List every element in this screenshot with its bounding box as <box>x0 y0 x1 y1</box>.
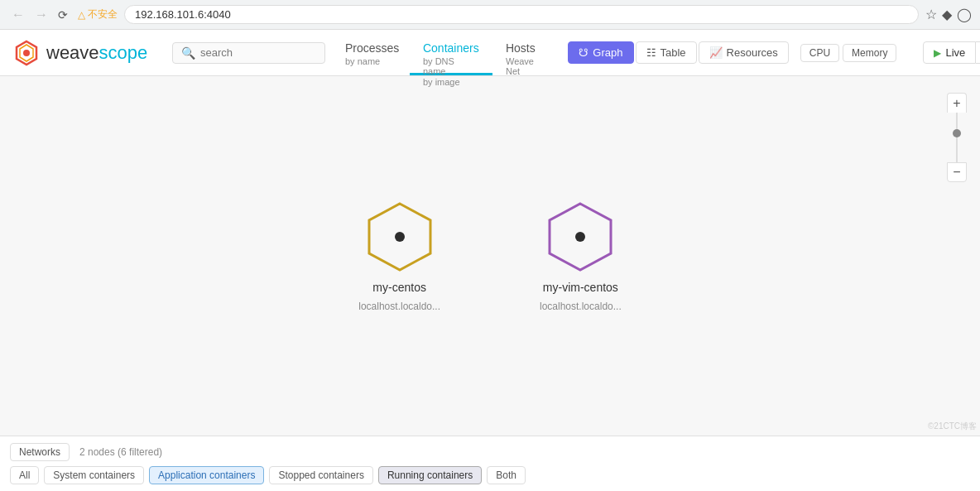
address-bar[interactable]: 192.168.101.6:4040 <box>124 5 919 24</box>
hexagon-my-vim-centos <box>543 200 617 274</box>
search-icon: 🔍 <box>181 46 195 60</box>
app: weavescope 🔍 Processes by name Container… <box>0 30 980 491</box>
resources-icon: 📈 <box>709 46 723 59</box>
processes-sub: by name <box>345 56 380 66</box>
memory-button[interactable]: Memory <box>843 44 896 62</box>
graph-icon: ☋ <box>579 46 588 59</box>
bottom-row1: Networks 2 nodes (6 filtered) <box>10 443 970 461</box>
filter-application-containers-button[interactable]: Application containers <box>149 466 264 484</box>
containers-sub2: by image <box>423 77 460 87</box>
back-button[interactable]: ← <box>8 6 28 24</box>
pause-button[interactable]: Pause <box>976 41 980 64</box>
svg-point-2 <box>23 50 30 56</box>
resources-view-button[interactable]: 📈 Resources <box>699 41 789 64</box>
filter-both-button[interactable]: Both <box>487 466 526 484</box>
networks-button[interactable]: Networks <box>10 443 70 461</box>
nodes-count: 2 nodes (6 filtered) <box>79 446 162 458</box>
browser-actions: ☆ ◆ ◯ <box>925 7 972 22</box>
nav-group-containers[interactable]: Containers by DNS name by image <box>410 30 492 75</box>
browser-nav: ← → ⟳ <box>8 6 71 24</box>
node-label-my-vim-centos: my-vim-centos <box>543 281 618 294</box>
filter-all-button[interactable]: All <box>10 466 39 484</box>
hosts-label: Hosts <box>506 35 536 55</box>
zoom-controls: + − <box>947 93 967 182</box>
graph-view-button[interactable]: ☋ Graph <box>568 41 633 64</box>
table-view-button[interactable]: ☷ Table <box>636 41 697 64</box>
containers-label: Containers <box>423 35 479 55</box>
search-area: 🔍 <box>166 30 332 75</box>
logo-area: weavescope <box>0 30 166 75</box>
url-text: 192.168.101.6:4040 <box>135 8 231 21</box>
security-label: 不安全 <box>88 7 118 22</box>
logo-weave: weave <box>46 42 99 63</box>
graph-node-my-vim-centos[interactable]: my-vim-centos localhost.localdo... <box>540 200 622 312</box>
bookmark-button[interactable]: ☆ <box>925 7 937 22</box>
processes-label: Processes <box>345 35 399 55</box>
extensions-button[interactable]: ◆ <box>942 7 952 22</box>
security-indicator: △ 不安全 <box>78 7 118 22</box>
bottom-row2: All System containers Application contai… <box>10 466 970 484</box>
main-canvas: my-centos localhost.localdo... my-vim-ce… <box>0 76 980 436</box>
zoom-slider-thumb <box>953 129 961 137</box>
logo-icon <box>13 40 40 66</box>
nav-group-processes[interactable]: Processes by name <box>332 30 410 75</box>
search-box[interactable]: 🔍 <box>172 42 325 64</box>
top-nav: weavescope 🔍 Processes by name Container… <box>0 30 980 76</box>
view-toggle-area: ☋ Graph ☷ Table 📈 Resources CPU Memory <box>561 30 910 75</box>
graph-node-my-centos[interactable]: my-centos localhost.localdo... <box>358 200 440 312</box>
node-dot-my-centos <box>395 232 405 242</box>
browser-chrome: ← → ⟳ △ 不安全 192.168.101.6:4040 ☆ ◆ ◯ <box>0 0 980 30</box>
node-label-my-centos: my-centos <box>372 281 426 294</box>
profile-button[interactable]: ◯ <box>957 7 972 22</box>
zoom-in-button[interactable]: + <box>947 93 967 113</box>
warning-icon: △ <box>78 9 85 21</box>
table-label: Table <box>661 46 686 59</box>
graph-area: my-centos localhost.localdo... my-vim-ce… <box>0 76 980 436</box>
filter-system-containers-button[interactable]: System containers <box>44 466 144 484</box>
cpu-button[interactable]: CPU <box>800 44 839 62</box>
live-button[interactable]: ▶ Live <box>923 41 976 64</box>
logo-scope: scope <box>99 42 148 63</box>
table-icon: ☷ <box>646 46 656 59</box>
forward-button[interactable]: → <box>31 6 51 24</box>
nav-items: Processes by name Containers by DNS name… <box>332 30 561 75</box>
graph-label: Graph <box>593 46 622 59</box>
resources-label: Resources <box>727 46 778 59</box>
filter-running-containers-button[interactable]: Running containers <box>378 466 482 484</box>
watermark: ©21CTC博客 <box>928 421 977 432</box>
play-icon: ▶ <box>934 47 941 59</box>
search-input[interactable] <box>200 46 316 59</box>
bottom-panel: Networks 2 nodes (6 filtered) All System… <box>0 436 980 491</box>
zoom-out-button[interactable]: − <box>947 162 967 182</box>
hexagon-my-centos <box>363 200 437 274</box>
sub-nav-row: CPU Memory <box>794 44 904 62</box>
reload-button[interactable]: ⟳ <box>55 7 71 23</box>
live-pause-area: ▶ Live Pause <box>910 30 980 75</box>
logo-text: weavescope <box>46 42 147 64</box>
nav-group-hosts[interactable]: Hosts Weave Net <box>492 30 561 75</box>
filter-stopped-containers-button[interactable]: Stopped containers <box>269 466 372 484</box>
node-sublabel-my-centos: localhost.localdo... <box>358 301 440 312</box>
zoom-slider-track <box>956 113 958 162</box>
containers-sub1: by DNS name <box>423 56 479 76</box>
hosts-sub: Weave Net <box>506 56 548 76</box>
node-sublabel-my-vim-centos: localhost.localdo... <box>540 301 622 312</box>
live-label: Live <box>945 46 965 59</box>
